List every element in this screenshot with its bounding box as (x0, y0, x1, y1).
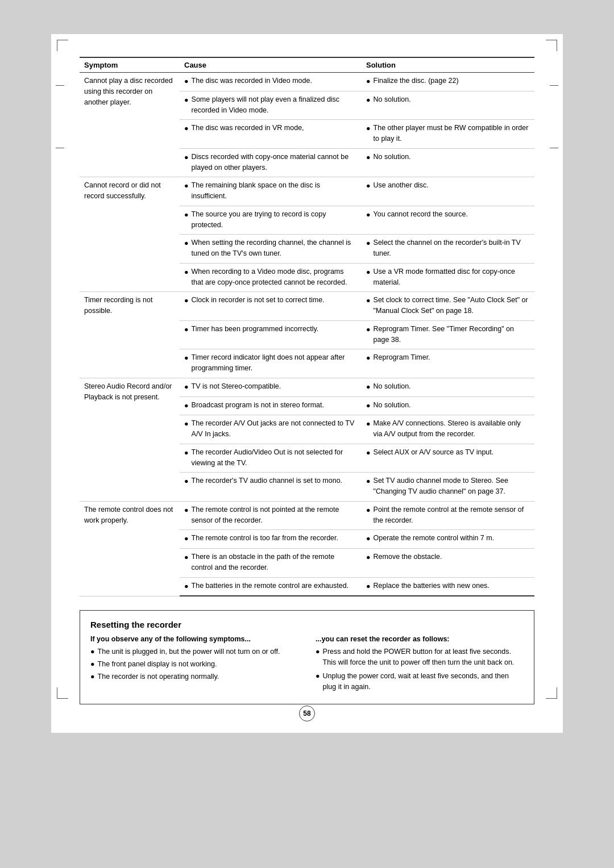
solution-cell: ●Point the remote control at the remote … (362, 501, 534, 530)
bullet-icon: ● (366, 324, 371, 335)
solution-text: You cannot record the source. (374, 209, 468, 220)
symptom-cell: Cannot play a disc recorded using this r… (80, 73, 180, 177)
solution-text: No solution. (374, 400, 411, 411)
cause-text: The batteries in the remote control are … (192, 581, 349, 591)
bullet-icon: ● (366, 295, 371, 306)
bullet-icon: ● (366, 95, 371, 106)
solution-cell: ●Reprogram Timer. See "Timer Recording" … (362, 320, 534, 349)
bullet-icon: ● (184, 400, 189, 411)
solution-text: Point the remote control at the remote s… (374, 504, 530, 526)
bullet-icon: ● (90, 659, 95, 670)
solution-text: Set TV audio channel mode to Stereo. See… (374, 475, 530, 497)
list-item: ●The front panel display is not working. (90, 659, 298, 670)
resetting-section: Resetting the recorder If you observe an… (80, 610, 534, 704)
bullet-icon: ● (184, 152, 189, 163)
bullet-icon: ● (184, 76, 189, 87)
cause-cell: ●The recorder Audio/Video Out is not sel… (180, 444, 362, 473)
bullet-icon: ● (366, 123, 371, 134)
list-item: ●The unit is plugged in, but the power w… (90, 646, 298, 657)
bullet-icon: ● (184, 324, 189, 335)
list-item: ●Unplug the power cord, wait at least fi… (316, 671, 524, 692)
header-solution: Solution (362, 57, 534, 73)
cause-text: The remote control is not pointed at the… (192, 504, 357, 526)
cause-cell: ●The disc was recorded in Video mode. (180, 73, 362, 91)
solution-cell: ●Remove the obstacle. (362, 549, 534, 578)
solution-cell: ●No solution. (362, 148, 534, 177)
cause-cell: ●Broadcast program is not in stereo form… (180, 397, 362, 415)
bullet-icon: ● (366, 552, 371, 563)
solution-cell: ●No solution. (362, 378, 534, 397)
cause-text: The remote control is too far from the r… (192, 533, 338, 544)
solution-cell: ●You cannot record the source. (362, 206, 534, 235)
table-row: Stereo Audio Record and/or Playback is n… (80, 378, 534, 397)
list-item-text: The recorder is not operating normally. (98, 671, 219, 682)
corner-mark-tr (546, 40, 557, 51)
bullet-icon: ● (316, 671, 320, 682)
bullet-icon: ● (366, 152, 371, 163)
resetting-left-list: ●The unit is plugged in, but the power w… (90, 646, 298, 682)
page: Symptom Cause Solution Cannot play a dis… (51, 34, 563, 733)
cause-cell: ●Timer record indicator light does not a… (180, 349, 362, 378)
resetting-right: ...you can reset the recorder as follows… (316, 635, 524, 695)
symptom-cell: Stereo Audio Record and/or Playback is n… (80, 378, 180, 501)
solution-cell: ●Select the channel on the recorder's bu… (362, 235, 534, 264)
solution-cell: ●Set clock to correct time. See "Auto Cl… (362, 292, 534, 321)
cause-cell: ●The remote control is not pointed at th… (180, 501, 362, 530)
solution-text: No solution. (374, 94, 411, 105)
list-item-text: Press and hold the POWER button for at l… (323, 646, 524, 668)
bullet-icon: ● (90, 671, 95, 682)
cause-cell: ●The batteries in the remote control are… (180, 577, 362, 596)
solution-cell: ●Replace the batteries with new ones. (362, 577, 534, 596)
bullet-icon: ● (366, 76, 371, 87)
table-row: Timer recording is not possible.●Clock i… (80, 292, 534, 321)
solution-text: No solution. (374, 381, 411, 392)
bullet-icon: ● (366, 181, 371, 191)
bullet-icon: ● (184, 581, 189, 592)
cause-text: Some players will not play even a finali… (192, 94, 357, 116)
bullet-icon: ● (366, 238, 371, 249)
cause-cell: ●The disc was recorded in VR mode, (180, 120, 362, 149)
list-item-text: The unit is plugged in, but the power wi… (98, 646, 280, 657)
bullet-icon: ● (184, 267, 189, 278)
solution-text: Operate the remote control within 7 m. (374, 533, 495, 544)
bullet-icon: ● (366, 382, 371, 393)
solution-cell: ●No solution. (362, 91, 534, 120)
cause-text: The disc was recorded in VR mode, (192, 123, 304, 133)
cause-text: TV is not Stereo-compatible. (192, 381, 281, 392)
cause-cell: ●Some players will not play even a final… (180, 91, 362, 120)
bullet-icon: ● (366, 267, 371, 278)
bullet-icon: ● (184, 419, 189, 429)
solution-cell: ●Select AUX or A/V source as TV input. (362, 444, 534, 473)
solution-text: Use a VR mode formatted disc for copy-on… (374, 266, 530, 288)
cause-cell: ●Timer has been programmed incorrectly. (180, 320, 362, 349)
bullet-icon: ● (366, 505, 371, 516)
solution-cell: ●Use another disc. (362, 177, 534, 206)
side-mark-left-top (56, 85, 64, 86)
bullet-icon: ● (184, 238, 189, 249)
solution-text: No solution. (374, 152, 411, 162)
corner-mark-br (546, 687, 557, 699)
cause-text: The recorder's TV audio channel is set t… (192, 475, 343, 486)
cause-text: The remaining blank space on the disc is… (192, 180, 357, 202)
resetting-right-subtitle: ...you can reset the recorder as follows… (316, 635, 524, 643)
cause-text: Broadcast program is not in stereo forma… (192, 400, 324, 411)
solution-cell: ●Finalize the disc. (page 22) (362, 73, 534, 91)
cause-cell: ●The recorder A/V Out jacks are not conn… (180, 415, 362, 444)
bullet-icon: ● (184, 476, 189, 487)
bullet-icon: ● (184, 448, 189, 458)
cause-text: The recorder Audio/Video Out is not sele… (192, 447, 357, 469)
bullet-icon: ● (184, 181, 189, 191)
bullet-icon: ● (366, 448, 371, 458)
bullet-icon: ● (184, 533, 189, 544)
cause-text: Clock in recorder is not set to correct … (192, 295, 325, 306)
solution-cell: ●Reprogram Timer. (362, 349, 534, 378)
solution-cell: ●The other player must be RW compatible … (362, 120, 534, 149)
bullet-icon: ● (184, 95, 189, 106)
list-item: ●Press and hold the POWER button for at … (316, 646, 524, 668)
cause-text: The recorder A/V Out jacks are not conne… (192, 418, 357, 440)
resetting-left-subtitle: If you observe any of the following symp… (90, 635, 298, 643)
resetting-right-list: ●Press and hold the POWER button for at … (316, 646, 524, 692)
symptom-cell: The remote control does not work properl… (80, 501, 180, 596)
bullet-icon: ● (366, 533, 371, 544)
cause-text: The disc was recorded in Video mode. (192, 76, 312, 86)
